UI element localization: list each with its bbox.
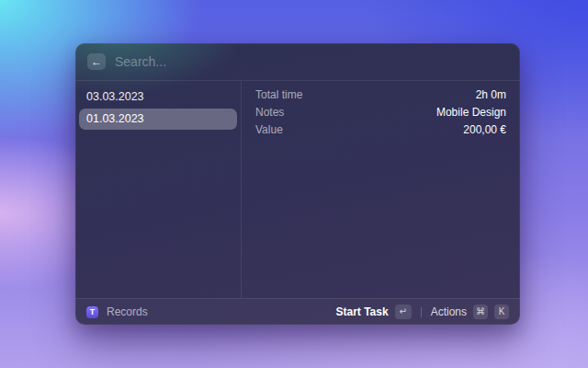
actions-label: Actions (431, 305, 467, 318)
detail-row-notes: Notes Mobile Design (255, 103, 506, 121)
enter-key-icon: ↵ (395, 305, 412, 319)
detail-value: 2h 0m (476, 88, 506, 101)
detail-value: Mobile Design (436, 106, 506, 119)
command-key-icon: ⌘ (473, 305, 488, 319)
footer-actions: Start Task ↵ Actions ⌘ K (336, 305, 510, 319)
app-icon-letter: T (90, 308, 96, 316)
desktop-wallpaper: ← 03.03.2023 01.03.2023 Total time 2h 0m… (0, 0, 588, 368)
footer-separator (421, 307, 422, 317)
detail-row-value: Value 200,00 € (255, 121, 506, 138)
k-key-icon: K (494, 305, 509, 319)
start-task-label: Start Task (336, 305, 389, 318)
action-bar: T Records Start Task ↵ Actions ⌘ K (75, 298, 520, 325)
content-area: 03.03.2023 01.03.2023 Total time 2h 0m N… (75, 81, 520, 298)
detail-label: Total time (255, 88, 302, 101)
record-detail-panel: Total time 2h 0m Notes Mobile Design Val… (242, 81, 520, 298)
detail-label: Notes (255, 106, 284, 119)
list-item-date-selected[interactable]: 01.03.2023 (79, 109, 237, 130)
back-button[interactable]: ← (87, 53, 106, 70)
extension-info: T Records (86, 305, 148, 318)
detail-value: 200,00 € (463, 123, 506, 136)
extension-name: Records (107, 305, 148, 318)
search-input[interactable] (115, 54, 508, 69)
actions-menu-button[interactable]: Actions ⌘ K (431, 305, 509, 319)
detail-row-total-time: Total time 2h 0m (255, 86, 506, 103)
records-date-list: 03.03.2023 01.03.2023 (75, 81, 242, 298)
command-palette-window: ← 03.03.2023 01.03.2023 Total time 2h 0m… (75, 43, 520, 325)
list-item-date[interactable]: 03.03.2023 (79, 86, 237, 108)
arrow-left-icon: ← (91, 56, 102, 67)
detail-label: Value (255, 123, 283, 136)
records-app-icon: T (86, 306, 98, 318)
search-header: ← (75, 43, 520, 81)
start-task-action[interactable]: Start Task ↵ (336, 305, 412, 319)
